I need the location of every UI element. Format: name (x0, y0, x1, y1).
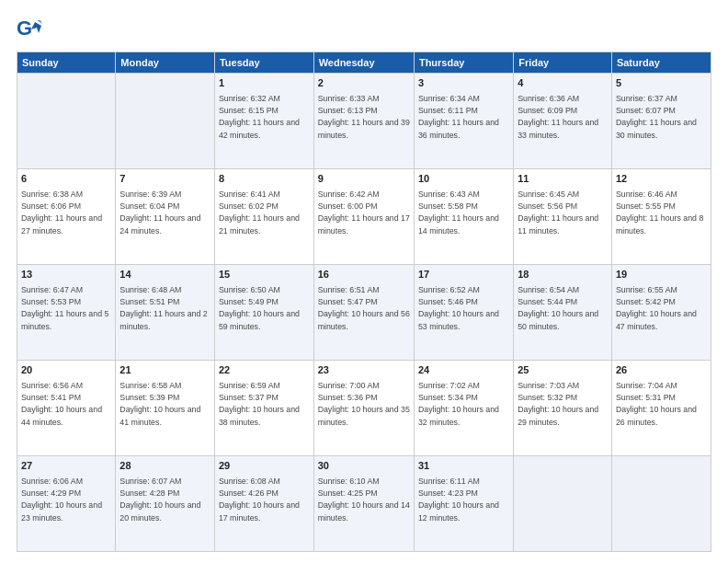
weekday-header-saturday: Saturday (611, 52, 711, 74)
day-info: Sunrise: 6:50 AM Sunset: 5:49 PM Dayligh… (219, 284, 310, 333)
weekday-header-wednesday: Wednesday (313, 52, 414, 74)
calendar-cell: 17Sunrise: 6:52 AM Sunset: 5:46 PM Dayli… (414, 265, 513, 361)
day-info: Sunrise: 6:51 AM Sunset: 5:47 PM Dayligh… (318, 284, 410, 333)
day-number: 2 (318, 76, 410, 91)
day-info: Sunrise: 6:42 AM Sunset: 6:00 PM Dayligh… (318, 189, 410, 237)
calendar-cell: 30Sunrise: 6:10 AM Sunset: 4:25 PM Dayli… (313, 456, 414, 552)
calendar-cell: 24Sunrise: 7:02 AM Sunset: 5:34 PM Dayli… (414, 361, 513, 456)
calendar-cell (514, 456, 612, 552)
calendar-cell: 20Sunrise: 6:56 AM Sunset: 5:41 PM Dayli… (17, 361, 116, 456)
day-info: Sunrise: 6:37 AM Sunset: 6:07 PM Dayligh… (616, 93, 707, 142)
day-info: Sunrise: 6:34 AM Sunset: 6:11 PM Dayligh… (418, 93, 509, 142)
calendar-cell: 19Sunrise: 6:55 AM Sunset: 5:42 PM Dayli… (611, 265, 711, 361)
calendar-table: SundayMondayTuesdayWednesdayThursdayFrid… (17, 52, 711, 552)
day-info: Sunrise: 6:45 AM Sunset: 5:56 PM Dayligh… (518, 189, 608, 237)
day-number: 19 (616, 268, 707, 282)
day-number: 13 (21, 268, 111, 282)
day-number: 30 (318, 459, 410, 474)
weekday-header-friday: Friday (514, 52, 612, 74)
day-number: 23 (318, 363, 410, 378)
calendar-cell: 29Sunrise: 6:08 AM Sunset: 4:26 PM Dayli… (214, 456, 313, 552)
day-number: 18 (518, 268, 608, 282)
day-info: Sunrise: 6:10 AM Sunset: 4:25 PM Dayligh… (318, 476, 410, 524)
svg-text:G: G (17, 17, 32, 40)
day-number: 26 (616, 363, 707, 378)
calendar-week-row: 20Sunrise: 6:56 AM Sunset: 5:41 PM Dayli… (17, 361, 711, 456)
day-number: 17 (418, 268, 509, 282)
day-number: 25 (518, 363, 608, 378)
day-info: Sunrise: 6:48 AM Sunset: 5:51 PM Dayligh… (119, 284, 210, 333)
day-number: 4 (518, 76, 608, 91)
day-number: 14 (119, 268, 210, 282)
calendar-cell (116, 74, 215, 169)
calendar-cell: 4Sunrise: 6:36 AM Sunset: 6:09 PM Daylig… (514, 74, 612, 169)
day-number: 10 (418, 172, 509, 187)
day-number: 11 (518, 172, 608, 187)
day-number: 22 (219, 363, 310, 378)
day-info: Sunrise: 6:32 AM Sunset: 6:15 PM Dayligh… (219, 93, 310, 142)
calendar-week-row: 1Sunrise: 6:32 AM Sunset: 6:15 PM Daylig… (17, 74, 711, 169)
day-info: Sunrise: 6:06 AM Sunset: 4:29 PM Dayligh… (21, 476, 111, 524)
day-info: Sunrise: 6:08 AM Sunset: 4:26 PM Dayligh… (219, 476, 310, 524)
day-info: Sunrise: 6:59 AM Sunset: 5:37 PM Dayligh… (219, 380, 310, 429)
calendar-cell: 1Sunrise: 6:32 AM Sunset: 6:15 PM Daylig… (214, 74, 313, 169)
svg-marker-2 (37, 20, 42, 24)
calendar-cell: 9Sunrise: 6:42 AM Sunset: 6:00 PM Daylig… (313, 169, 414, 265)
calendar-cell: 23Sunrise: 7:00 AM Sunset: 5:36 PM Dayli… (313, 361, 414, 456)
calendar-cell: 14Sunrise: 6:48 AM Sunset: 5:51 PM Dayli… (116, 265, 215, 361)
day-number: 8 (219, 172, 310, 187)
day-info: Sunrise: 7:00 AM Sunset: 5:36 PM Dayligh… (318, 380, 410, 429)
logo-icon: G (17, 17, 42, 42)
calendar-cell: 16Sunrise: 6:51 AM Sunset: 5:47 PM Dayli… (313, 265, 414, 361)
day-info: Sunrise: 7:04 AM Sunset: 5:31 PM Dayligh… (616, 380, 707, 429)
day-number: 16 (318, 268, 410, 282)
day-number: 9 (318, 172, 410, 187)
day-number: 29 (219, 459, 310, 474)
svg-marker-1 (31, 22, 41, 33)
day-info: Sunrise: 6:55 AM Sunset: 5:42 PM Dayligh… (616, 284, 707, 333)
day-info: Sunrise: 6:43 AM Sunset: 5:58 PM Dayligh… (418, 189, 509, 237)
weekday-header-sunday: Sunday (17, 52, 116, 74)
calendar-cell: 8Sunrise: 6:41 AM Sunset: 6:02 PM Daylig… (214, 169, 313, 265)
day-info: Sunrise: 6:58 AM Sunset: 5:39 PM Dayligh… (119, 380, 210, 429)
day-info: Sunrise: 6:52 AM Sunset: 5:46 PM Dayligh… (418, 284, 509, 333)
day-number: 7 (119, 172, 210, 187)
day-info: Sunrise: 6:36 AM Sunset: 6:09 PM Dayligh… (518, 93, 608, 142)
calendar-cell: 27Sunrise: 6:06 AM Sunset: 4:29 PM Dayli… (17, 456, 116, 552)
calendar-cell: 3Sunrise: 6:34 AM Sunset: 6:11 PM Daylig… (414, 74, 513, 169)
calendar-cell: 25Sunrise: 7:03 AM Sunset: 5:32 PM Dayli… (514, 361, 612, 456)
day-number: 3 (418, 76, 509, 91)
day-number: 12 (616, 172, 707, 187)
calendar-week-row: 27Sunrise: 6:06 AM Sunset: 4:29 PM Dayli… (17, 456, 711, 552)
calendar-cell: 21Sunrise: 6:58 AM Sunset: 5:39 PM Dayli… (116, 361, 215, 456)
calendar-week-row: 6Sunrise: 6:38 AM Sunset: 6:06 PM Daylig… (17, 169, 711, 265)
day-info: Sunrise: 7:02 AM Sunset: 5:34 PM Dayligh… (418, 380, 509, 429)
day-number: 24 (418, 363, 509, 378)
calendar-cell: 2Sunrise: 6:33 AM Sunset: 6:13 PM Daylig… (313, 74, 414, 169)
calendar-cell: 18Sunrise: 6:54 AM Sunset: 5:44 PM Dayli… (514, 265, 612, 361)
calendar-cell: 7Sunrise: 6:39 AM Sunset: 6:04 PM Daylig… (116, 169, 215, 265)
calendar-cell: 15Sunrise: 6:50 AM Sunset: 5:49 PM Dayli… (214, 265, 313, 361)
day-number: 5 (616, 76, 707, 91)
calendar-cell (17, 74, 116, 169)
day-info: Sunrise: 6:41 AM Sunset: 6:02 PM Dayligh… (219, 189, 310, 237)
day-info: Sunrise: 6:46 AM Sunset: 5:55 PM Dayligh… (616, 189, 707, 237)
day-number: 21 (119, 363, 210, 378)
day-info: Sunrise: 6:33 AM Sunset: 6:13 PM Dayligh… (318, 93, 410, 142)
calendar-cell: 31Sunrise: 6:11 AM Sunset: 4:23 PM Dayli… (414, 456, 513, 552)
calendar-cell: 26Sunrise: 7:04 AM Sunset: 5:31 PM Dayli… (611, 361, 711, 456)
day-number: 15 (219, 268, 310, 282)
day-number: 6 (21, 172, 111, 187)
day-info: Sunrise: 6:39 AM Sunset: 6:04 PM Dayligh… (119, 189, 210, 237)
calendar-cell: 11Sunrise: 6:45 AM Sunset: 5:56 PM Dayli… (514, 169, 612, 265)
day-info: Sunrise: 6:38 AM Sunset: 6:06 PM Dayligh… (21, 189, 111, 237)
calendar-cell: 10Sunrise: 6:43 AM Sunset: 5:58 PM Dayli… (414, 169, 513, 265)
calendar-cell: 12Sunrise: 6:46 AM Sunset: 5:55 PM Dayli… (611, 169, 711, 265)
day-number: 31 (418, 459, 509, 474)
calendar-cell: 6Sunrise: 6:38 AM Sunset: 6:06 PM Daylig… (17, 169, 116, 265)
day-number: 1 (219, 76, 310, 91)
logo: G (17, 17, 48, 42)
day-number: 20 (21, 363, 111, 378)
calendar-cell: 22Sunrise: 6:59 AM Sunset: 5:37 PM Dayli… (214, 361, 313, 456)
day-info: Sunrise: 6:11 AM Sunset: 4:23 PM Dayligh… (418, 476, 509, 524)
